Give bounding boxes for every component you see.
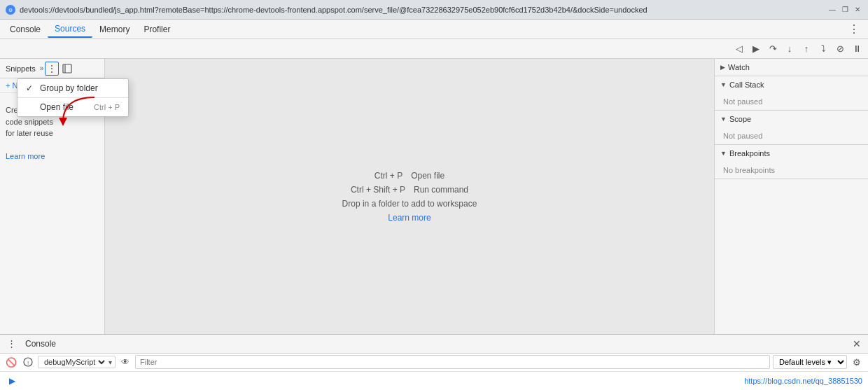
- svg-text:!: !: [27, 360, 29, 366]
- step-over-button[interactable]: ↷: [766, 42, 780, 56]
- snippets-desc-line3: for later reuse: [6, 127, 99, 139]
- hide-sidebar-button[interactable]: [60, 62, 74, 76]
- breakpoints-label: Breakpoints: [729, 149, 770, 158]
- shortcut-row-1: Ctrl + P Open file: [374, 171, 444, 181]
- breakpoints-section: ▼ Breakpoints No breakpoints: [715, 145, 868, 179]
- arrow-indicator: [56, 94, 98, 122]
- favicon-icon: ⚙: [6, 5, 15, 15]
- step-into-button[interactable]: ↓: [783, 42, 797, 56]
- watch-label: Watch: [728, 63, 750, 71]
- close-button[interactable]: ✕: [853, 5, 862, 15]
- snippets-label: Snippets: [3, 64, 38, 73]
- svg-rect-2: [63, 64, 71, 73]
- checkmark-icon: ✓: [26, 83, 36, 93]
- resume-button[interactable]: ▶: [749, 42, 763, 56]
- filter-wrapper: [135, 355, 770, 369]
- return-to-frame-button[interactable]: ◁: [732, 42, 746, 56]
- top-section: Snippets » ⋮ ✓ Group by folder: [0, 59, 868, 334]
- shortcut2-key: Ctrl + Shift + P: [351, 185, 405, 195]
- levels-select[interactable]: Default levels ▾: [773, 355, 847, 369]
- step-button[interactable]: ⤵: [816, 42, 830, 56]
- step-out-button[interactable]: ↑: [799, 42, 813, 56]
- script-selector[interactable]: debugMyScript: [41, 357, 107, 367]
- console-more-button[interactable]: ⋮: [4, 337, 18, 351]
- console-clear-button[interactable]: 🚫: [4, 355, 18, 369]
- editor-learn-more-link[interactable]: Learn more: [388, 213, 430, 223]
- breakpoints-arrow-icon: ▼: [720, 150, 727, 157]
- call-stack-arrow-icon: ▼: [720, 81, 727, 88]
- bottom-console: ⋮ Console ✕ 🚫 ! debugMyScript ▾ 👁 Defaul…: [0, 334, 868, 390]
- menu-console[interactable]: Console: [3, 22, 48, 37]
- console-close-button[interactable]: ✕: [850, 337, 864, 351]
- snippets-description: Create and save code snippets for later …: [0, 93, 104, 334]
- shortcut2-action: Run command: [414, 185, 468, 195]
- console-url: https://blog.csdn.net/qq_38851530: [744, 377, 862, 385]
- call-stack-label: Call Stack: [729, 81, 764, 89]
- snippets-chevron[interactable]: »: [38, 63, 46, 74]
- pause-on-exceptions-button[interactable]: ⏸: [850, 42, 864, 56]
- shortcut1-key: Ctrl + P: [374, 171, 402, 181]
- console-toolbar: 🚫 ! debugMyScript ▾ 👁 Default levels ▾ ⚙: [0, 354, 868, 372]
- console-settings-button[interactable]: ⚙: [850, 355, 864, 369]
- menu-profiler[interactable]: Profiler: [136, 22, 177, 37]
- console-bottom-bar: ▶ https://blog.csdn.net/qq_38851530: [0, 372, 868, 390]
- svg-text:⚙: ⚙: [8, 8, 13, 13]
- menu-bar: Console Sources Memory Profiler ⋮: [0, 20, 868, 39]
- minimize-button[interactable]: —: [827, 5, 837, 15]
- watch-section: ▶ Watch: [715, 59, 868, 76]
- drop-folder-text: Drop in a folder to add to workspace: [342, 199, 477, 209]
- watch-header[interactable]: ▶ Watch: [715, 59, 868, 76]
- scope-label: Scope: [729, 115, 751, 123]
- breakpoints-header[interactable]: ▼ Breakpoints: [715, 145, 868, 162]
- devtools-body: ◁ ▶ ↷ ↓ ↑ ⤵ ⊘ ⏸ Snippets » ⋮: [0, 39, 868, 390]
- editor-area: Ctrl + P Open file Ctrl + Shift + P Run …: [105, 59, 714, 334]
- eye-button[interactable]: 👁: [118, 355, 132, 369]
- filter-input[interactable]: [140, 358, 237, 366]
- snippets-more-button[interactable]: ⋮: [45, 62, 59, 76]
- call-stack-status: Not paused: [715, 93, 868, 110]
- script-selector-wrapper: debugMyScript ▾: [38, 356, 115, 368]
- right-panel: ▶ Watch ▼ Call Stack Not paused ▼ Scope …: [714, 59, 868, 334]
- scope-status: Not paused: [715, 127, 868, 144]
- menu-memory[interactable]: Memory: [92, 22, 136, 37]
- call-stack-section: ▼ Call Stack Not paused: [715, 76, 868, 111]
- console-header: ⋮ Console ✕: [0, 335, 868, 354]
- snippets-learn-more-link[interactable]: Learn more: [6, 152, 45, 160]
- scope-section: ▼ Scope Not paused: [715, 111, 868, 145]
- scope-header[interactable]: ▼ Scope: [715, 111, 868, 127]
- context-menu-group-label: Group by folder: [40, 83, 98, 93]
- console-preserve-log-button[interactable]: !: [21, 355, 35, 369]
- snippets-toolbar: Snippets » ⋮ ✓ Group by folder: [0, 59, 104, 78]
- deactivate-breakpoints-button[interactable]: ⊘: [833, 42, 847, 56]
- window-controls: — ❐ ✕: [827, 5, 862, 15]
- console-play-button[interactable]: ▶: [6, 375, 18, 387]
- call-stack-header[interactable]: ▼ Call Stack: [715, 76, 868, 93]
- shortcut-row-2: Ctrl + Shift + P Run command: [351, 185, 468, 195]
- restore-button[interactable]: ❐: [840, 5, 850, 15]
- scope-arrow-icon: ▼: [720, 116, 727, 123]
- breakpoints-status: No breakpoints: [715, 162, 868, 179]
- menu-sources[interactable]: Sources: [48, 21, 92, 38]
- watch-arrow-icon: ▶: [720, 64, 725, 71]
- menu-more-button[interactable]: ⋮: [843, 20, 865, 39]
- left-panel: Snippets » ⋮ ✓ Group by folder: [0, 59, 105, 334]
- console-title: Console: [21, 339, 60, 349]
- shortcut1-action: Open file: [411, 171, 444, 181]
- main-toolbar: ◁ ▶ ↷ ↓ ↑ ⤵ ⊘ ⏸: [0, 39, 868, 59]
- window-title: devtools://devtools/bundled/js_app.html?…: [20, 6, 822, 14]
- title-bar: ⚙ devtools://devtools/bundled/js_app.htm…: [0, 0, 868, 20]
